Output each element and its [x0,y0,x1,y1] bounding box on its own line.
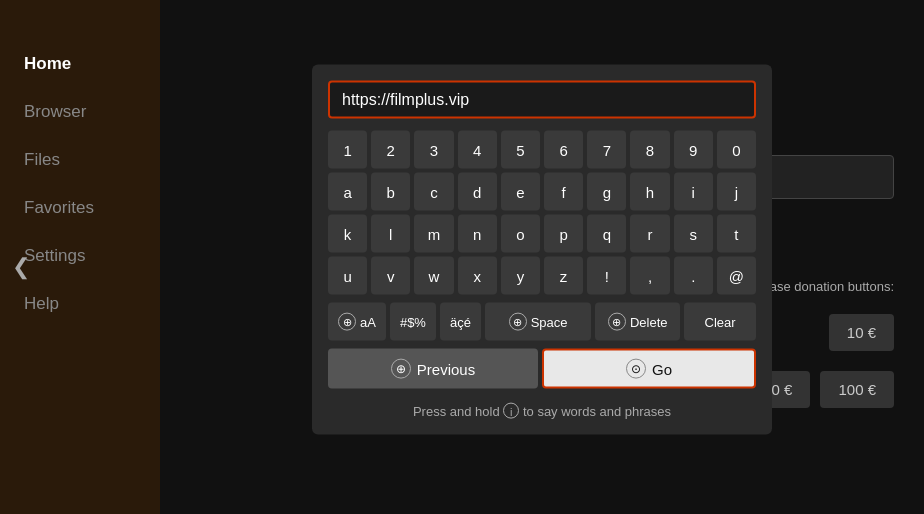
key-clear[interactable]: Clear [684,303,756,341]
key-q[interactable]: q [587,215,626,253]
key-h[interactable]: h [630,173,669,211]
key-p[interactable]: p [544,215,583,253]
back-button[interactable]: ❮ [4,246,38,288]
key-delete[interactable]: ⊕ Delete [595,303,680,341]
key-l[interactable]: l [371,215,410,253]
key-a[interactable]: a [328,173,367,211]
key-d[interactable]: d [458,173,497,211]
go-label: Go [652,360,672,377]
previous-button[interactable]: ⊕ Previous [328,349,538,389]
key-w[interactable]: w [414,257,453,295]
row-uAt: u v w x y z ! , . @ [328,257,756,295]
hint-text: Press and hold i to say words and phrase… [328,403,756,419]
key-symbols[interactable]: #$% [390,303,436,341]
key-comma[interactable]: , [630,257,669,295]
row-aj: a b c d e f g h i j [328,173,756,211]
key-accents[interactable]: äçé [440,303,481,341]
url-bar[interactable]: https://filmplus.vip [328,81,756,119]
key-8[interactable]: 8 [630,131,669,169]
key-g[interactable]: g [587,173,626,211]
donation-100[interactable]: 100 € [820,371,894,408]
key-f[interactable]: f [544,173,583,211]
url-input-value: https://filmplus.vip [342,91,469,108]
key-0[interactable]: 0 [717,131,756,169]
key-z[interactable]: z [544,257,583,295]
previous-label: Previous [417,360,475,377]
key-3[interactable]: 3 [414,131,453,169]
prev-icon: ⊕ [391,359,411,379]
row-kt: k l m n o p q r s t [328,215,756,253]
key-i[interactable]: i [674,173,713,211]
key-case[interactable]: ⊕ aA [328,303,386,341]
key-r[interactable]: r [630,215,669,253]
key-y[interactable]: y [501,257,540,295]
key-c[interactable]: c [414,173,453,211]
key-6[interactable]: 6 [544,131,583,169]
key-4[interactable]: 4 [458,131,497,169]
key-x[interactable]: x [458,257,497,295]
number-row: 1 2 3 4 5 6 7 8 9 0 [328,131,756,169]
key-k[interactable]: k [328,215,367,253]
sidebar: Home Browser Files Favorites Settings He… [0,0,160,514]
nav-row: ⊕ Previous ⊙ Go [328,349,756,389]
key-exclaim[interactable]: ! [587,257,626,295]
sidebar-item-home[interactable]: Home [0,40,160,88]
hint-icon: i [503,403,519,419]
special-keys-row: ⊕ aA #$% äçé ⊕ Space ⊕ Delete Clear [328,303,756,341]
donation-10[interactable]: 10 € [829,314,894,351]
sidebar-item-favorites[interactable]: Favorites [0,184,160,232]
sidebar-item-browser[interactable]: Browser [0,88,160,136]
go-button[interactable]: ⊙ Go [542,349,756,389]
key-e[interactable]: e [501,173,540,211]
go-icon: ⊙ [626,359,646,379]
key-at[interactable]: @ [717,257,756,295]
key-u[interactable]: u [328,257,367,295]
sidebar-item-files[interactable]: Files [0,136,160,184]
key-s[interactable]: s [674,215,713,253]
key-n[interactable]: n [458,215,497,253]
key-b[interactable]: b [371,173,410,211]
keyboard-dialog: https://filmplus.vip 1 2 3 4 5 6 7 8 9 0… [312,65,772,435]
key-5[interactable]: 5 [501,131,540,169]
key-1[interactable]: 1 [328,131,367,169]
key-period[interactable]: . [674,257,713,295]
key-m[interactable]: m [414,215,453,253]
key-2[interactable]: 2 [371,131,410,169]
main-content: ase donation buttons: 10 € 20 € 50 € 100… [160,0,924,514]
key-space[interactable]: ⊕ Space [485,303,591,341]
key-v[interactable]: v [371,257,410,295]
key-o[interactable]: o [501,215,540,253]
key-t[interactable]: t [717,215,756,253]
key-9[interactable]: 9 [674,131,713,169]
key-j[interactable]: j [717,173,756,211]
key-7[interactable]: 7 [587,131,626,169]
virtual-keyboard: 1 2 3 4 5 6 7 8 9 0 a b c d e f g h [328,131,756,389]
